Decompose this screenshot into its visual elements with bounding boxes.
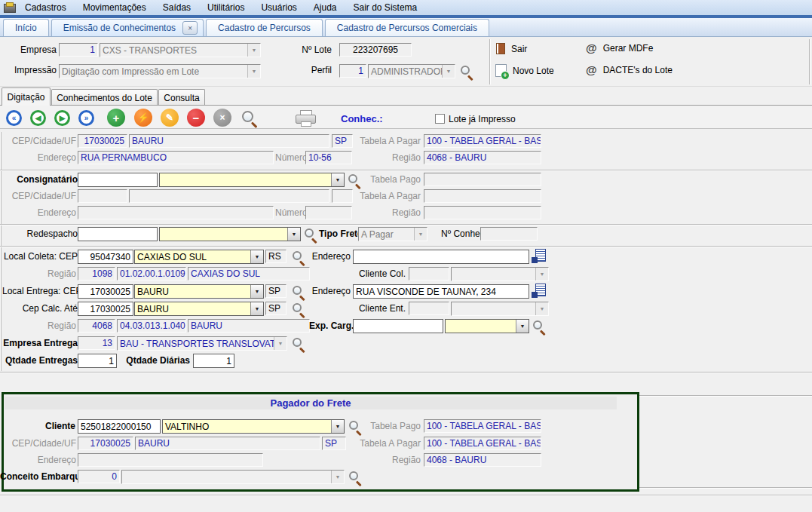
menu-utilitarios[interactable]: Utilitários — [199, 2, 253, 13]
consignatario-regiao-label: Região — [348, 208, 421, 218]
coleta-endereco-input[interactable] — [353, 250, 529, 264]
pagador-cliente-combo[interactable]: VALTINHO▼ — [162, 419, 345, 434]
menu-cadastros[interactable]: Cadastros — [17, 2, 75, 13]
cep-calc-search-icon[interactable] — [292, 302, 305, 315]
exp-carg-input[interactable] — [353, 319, 443, 333]
sair-button-label: Sair — [511, 44, 527, 54]
empresa-entrega-label: Empresa Entrega — [2, 339, 78, 348]
local-coleta-cidade-combo[interactable]: CAXIAS DO SUL▼ — [134, 250, 264, 264]
subtab-digitacao[interactable]: Digitação — [2, 87, 51, 106]
redespacho-label: Redespacho — [2, 229, 78, 239]
pagador-cliente-codigo-input[interactable]: 52501822000150 — [78, 419, 161, 434]
coleta-regiao-label: Região — [4, 269, 76, 279]
empresa-entrega-search-icon[interactable] — [292, 337, 305, 350]
menu-bar: Cadastros Movimentações Saídas Utilitári… — [0, 0, 812, 15]
novo-lote-button[interactable]: Novo Lote — [495, 64, 554, 77]
menu-sair-do-sistema[interactable]: Sair do Sistema — [345, 2, 426, 13]
consignatario-codigo-input[interactable] — [78, 173, 158, 187]
chevron-down-icon: ▼ — [535, 268, 548, 281]
consignatario-label: Consignatário — [2, 175, 78, 185]
sair-button[interactable]: Sair — [496, 43, 527, 54]
pagador-cidade-field: BAURU — [135, 437, 320, 450]
dacte-do-lote-button[interactable]: @ DACTE's do Lote — [586, 64, 673, 76]
cep-calc-ate-input[interactable]: 17030025 — [78, 302, 133, 316]
consignatario-endereco-label: Endereço — [4, 208, 76, 218]
entrega-endereco-picker-icon[interactable] — [531, 284, 547, 298]
impressao-label: Impressão — [6, 66, 57, 75]
perfil-combo: ADMINISTRADOR▼ — [368, 64, 455, 78]
coleta-regiao-codigo-field: 1098 — [78, 267, 115, 281]
pagador-uf-field: SP — [322, 437, 346, 450]
conceito-embarque-combo-value — [122, 471, 331, 483]
local-entrega-search-icon[interactable] — [292, 285, 305, 298]
chevron-down-icon: ▼ — [331, 173, 344, 186]
cliente-col-combo-value — [452, 268, 535, 281]
lote-ja-impresso-checkbox[interactable] — [435, 114, 445, 124]
exp-carg-label: Exp. Carg. — [309, 321, 351, 331]
delete-record-button[interactable]: − — [187, 109, 205, 127]
novo-lote-button-label: Novo Lote — [513, 66, 554, 76]
subtab-consulta[interactable]: Consulta — [158, 89, 205, 106]
redespacho-codigo-input[interactable] — [78, 227, 158, 241]
remetente-cidade-field: BAURU — [129, 134, 329, 148]
subtab-conhecimentos-do-lote[interactable]: Conhecimentos do Lote — [51, 89, 158, 106]
consignatario-combo[interactable]: ▼ — [159, 173, 345, 187]
menu-usuarios[interactable]: Usuários — [253, 2, 305, 13]
last-record-button[interactable]: » — [78, 110, 94, 126]
exp-carg-search-icon[interactable] — [532, 320, 545, 333]
remetente-numero-field: 10-56 — [305, 151, 352, 164]
chevron-down-icon: ▼ — [331, 420, 344, 433]
search-record-icon[interactable] — [241, 110, 256, 125]
printer-icon[interactable] — [296, 110, 316, 127]
remetente-cep-field: 17030025 — [78, 134, 127, 148]
perfil-code-field: 1 — [339, 64, 366, 78]
entrega-endereco-input[interactable]: RUA VISCONDE DE TAUNAY, 234 — [353, 284, 529, 299]
tab-close-icon[interactable]: × — [182, 21, 198, 35]
first-record-button[interactable]: « — [6, 110, 22, 126]
cep-calc-ate-label: Cep Calc. Até — [2, 304, 78, 314]
redespacho-search-icon[interactable] — [304, 228, 317, 241]
conceito-embarque-code-field: 0 — [78, 470, 120, 483]
tab-bar: Início Emissão de Conhecimentos × Cadast… — [0, 18, 812, 37]
entrega-regiao-codigo-field: 4068 — [78, 319, 115, 333]
subtab-label: Consulta — [164, 93, 199, 103]
next-record-button[interactable]: ▶ — [54, 110, 70, 126]
perfil-search-icon[interactable] — [460, 65, 473, 78]
cancel-record-button[interactable]: × — [213, 109, 231, 127]
pagador-endereco-field — [78, 453, 263, 467]
tab-inicio[interactable]: Início — [3, 19, 49, 36]
tipo-frete-combo: A Pagar▼ — [358, 227, 427, 241]
pagador-tabela-a-pagar-label: Tabela A Pagar — [347, 439, 421, 449]
redespacho-combo[interactable]: ▼ — [159, 227, 301, 241]
add-record-button[interactable]: + — [107, 109, 125, 127]
local-entrega-cidade-combo[interactable]: BAURU▼ — [134, 284, 264, 299]
post-record-button[interactable]: ⚡ — [134, 109, 152, 127]
edit-record-button[interactable]: ✎ — [161, 109, 179, 127]
previous-record-button[interactable]: ◀ — [30, 110, 46, 126]
tab-emissao-de-conhecimentos[interactable]: Emissão de Conhecimentos × — [51, 19, 204, 36]
menu-saidas[interactable]: Saídas — [155, 2, 199, 13]
pagador-cep-field: 17030025 — [78, 437, 133, 450]
consignatario-tabela-a-pagar-label: Tabela A Pagar — [348, 192, 421, 201]
qtdade-diarias-input[interactable]: 1 — [193, 354, 234, 368]
menu-ajuda[interactable]: Ajuda — [305, 2, 345, 13]
exp-carg-combo-value — [446, 320, 516, 333]
header-right-edge — [809, 39, 810, 84]
door-icon — [496, 43, 505, 54]
remetente-cep-label: CEP/Cidade/UF — [4, 136, 76, 146]
consignatario-tabela-a-pagar-field — [424, 189, 541, 203]
local-coleta-cep-input[interactable]: 95047340 — [78, 250, 133, 264]
cep-calc-cidade-combo[interactable]: BAURU▼ — [134, 302, 264, 316]
local-coleta-search-icon[interactable] — [292, 250, 305, 263]
at-icon: @ — [586, 42, 597, 54]
tab-cadastro-de-percursos[interactable]: Cadastro de Percursos — [206, 19, 323, 36]
chevron-down-icon: ▼ — [250, 302, 263, 315]
menu-movimentacoes[interactable]: Movimentações — [75, 2, 155, 13]
conceito-embarque-search-icon[interactable] — [348, 471, 361, 483]
coleta-endereco-picker-icon[interactable] — [531, 249, 547, 263]
exp-carg-combo[interactable]: ▼ — [445, 319, 529, 333]
gerar-mdfe-button[interactable]: @ Gerar MDFe — [586, 42, 653, 54]
local-entrega-cep-input[interactable]: 17030025 — [78, 284, 133, 299]
qtdade-entregas-input[interactable]: 1 — [78, 354, 117, 368]
tab-cadastro-de-percursos-comerciais[interactable]: Cadastro de Percursos Comerciais — [325, 19, 489, 36]
